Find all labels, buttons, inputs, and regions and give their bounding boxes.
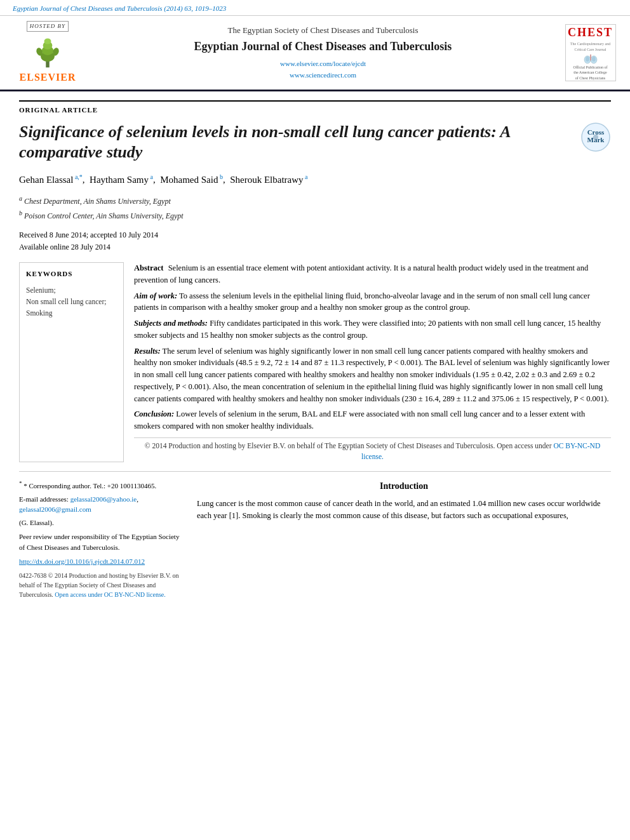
url1: www.elsevier.com/locate/ejcdt (280, 58, 366, 70)
footnotes-col: * * Corresponding author. Tel.: +20 1001… (19, 479, 184, 599)
affil-b-sup: b (19, 210, 22, 217)
results-title: Results: (134, 347, 161, 356)
journal-citation: Egyptian Journal of Chest Diseases and T… (13, 4, 226, 12)
received-date: Received 8 June 2014; accepted 10 July 2… (19, 229, 611, 241)
author-haytham: Haytham Samy (90, 175, 149, 185)
abstract-subjects: Subjects and methods: Fifty candidates p… (134, 317, 611, 342)
intro-heading: Introduction (197, 479, 611, 493)
url2: www.sciencedirect.com (280, 70, 366, 81)
elsevier-logo: ELSEVIER (20, 34, 76, 84)
author-gehan: Gehan Elassal (19, 175, 73, 185)
author-gehan-sup: a,* (73, 173, 82, 180)
keywords-abstract-section: KEYWORDS Selenium; Non small cell lung c… (19, 262, 611, 462)
peer-review: Peer review under responsibility of The … (19, 531, 184, 552)
chest-logo-box: CHEST The Cardiopulmonary andCritical Ca… (565, 24, 616, 81)
intro-text: Lung cancer is the most common cause of … (197, 498, 611, 522)
elsevier-tree-icon (29, 34, 67, 69)
results-text: The serum level of selenium was highly s… (134, 347, 610, 403)
affil-b: b Poison Control Center, Ain Shams Unive… (19, 208, 611, 222)
dates-section: Received 8 June 2014; accepted 10 July 2… (19, 229, 611, 253)
author-haytham-sup: a (149, 173, 153, 180)
keywords-list: Selenium; Non small cell lung cancer; Sm… (26, 284, 117, 319)
hosted-by-label: HOSTED BY (27, 21, 69, 32)
abstract-heading: Abstract (134, 263, 164, 272)
author-mohamed-sup: b (218, 173, 223, 180)
svg-rect-9 (590, 55, 591, 61)
affil-a-sup: a (19, 195, 22, 202)
introduction-col: Introduction Lung cancer is the most com… (197, 479, 611, 599)
keyword-2: Non small cell lung cancer; (26, 296, 117, 307)
chest-logo-subtitle: The Cardiopulmonary andCritical Care Jou… (570, 41, 610, 52)
conclusion-title: Conclusion: (134, 410, 174, 418)
keywords-column: KEYWORDS Selenium; Non small cell lung c… (19, 262, 124, 462)
svg-point-10 (586, 57, 589, 62)
keyword-3: Smoking (26, 307, 117, 319)
available-date: Available online 28 July 2014 (19, 241, 611, 253)
star-icon: * (19, 480, 22, 486)
abstract-column: Abstract Selenium is an essential trace … (134, 262, 611, 462)
svg-point-4 (44, 38, 51, 44)
email1-link[interactable]: gelassal2006@yahoo.ie (70, 495, 137, 503)
chest-tagline: Official Publication ofthe American Coll… (573, 65, 608, 81)
crossmark-badge: Cross Mark (580, 122, 611, 152)
section-divider (19, 471, 611, 472)
abstract-aim: Aim of work: To assess the selenium leve… (134, 290, 611, 314)
email-label: E-mail addresses: (19, 495, 69, 503)
elsevier-brand-text: ELSEVIER (20, 70, 76, 84)
journal-info-center: The Egyptian Society of Chest Diseases a… (89, 21, 557, 84)
elsevier-logo-area: HOSTED BY ELSEVIER (13, 21, 83, 84)
aim-text: To assess the selenium levels in the epi… (134, 291, 590, 312)
keyword-1: Selenium; (26, 284, 117, 296)
journal-urls: www.elsevier.com/locate/ejcdt www.scienc… (280, 58, 366, 81)
aim-title: Aim of work: (134, 291, 177, 300)
corresponding-text: * Corresponding author. Tel.: +20 100113… (23, 482, 156, 490)
journal-header: HOSTED BY ELSEVIER The Egyptian Society … (0, 16, 630, 91)
chest-logo-area: CHEST The Cardiopulmonary andCritical Ca… (563, 21, 617, 84)
abstract-footer: © 2014 Production and hosting by Elsevie… (134, 437, 611, 463)
svg-point-15 (593, 135, 598, 140)
subjects-title: Subjects and methods: (134, 319, 208, 328)
lung-icon (575, 53, 607, 65)
authors-line: Gehan Elassal a,*, Haytham Samy a, Moham… (19, 172, 611, 187)
affiliations: a Chest Department, Ain Shams University… (19, 193, 611, 223)
title-row: Significance of selenium levels in non-s… (19, 122, 611, 163)
journal-name: Egyptian Journal of Chest Diseases and T… (194, 39, 452, 55)
journal-top-bar: Egyptian Journal of Chest Diseases and T… (0, 0, 630, 16)
affil-a: a Chest Department, Ain Shams University… (19, 193, 611, 208)
author-sherouk-sup: a (304, 173, 308, 180)
abstract-intro: Abstract Selenium is an essential trace … (134, 262, 611, 286)
author-sherouk: Sherouk Elbatrawy (230, 175, 303, 185)
society-name: The Egyptian Society of Chest Diseases a… (227, 25, 418, 36)
chest-logo-title: CHEST (568, 25, 613, 41)
article-title: Significance of selenium levels in non-s… (19, 122, 570, 163)
section-label: ORIGINAL ARTICLE (19, 100, 611, 115)
open-access-link[interactable]: Open access under OC BY-NC-ND license. (55, 591, 165, 598)
abstract-conclusion: Conclusion: Lower levels of selenium in … (134, 408, 611, 432)
abstract-results: Results: The serum level of selenium was… (134, 345, 611, 405)
email-footnote: E-mail addresses: gelassal2006@yahoo.ie,… (19, 494, 184, 515)
keywords-heading: KEYWORDS (26, 269, 117, 279)
corresponding-footnote: * * Corresponding author. Tel.: +20 1001… (19, 479, 184, 491)
main-content: ORIGINAL ARTICLE Significance of seleniu… (0, 91, 630, 605)
email2-link[interactable]: gelassal2006@gmail.com (19, 505, 91, 513)
abstract-intro-text: Selenium is an essential trace element w… (134, 263, 588, 284)
conclusion-text: Lower levels of selenium in the serum, B… (134, 410, 585, 430)
email-suffix: (G. Elassal). (19, 517, 184, 528)
abstract-footer-text: © 2014 Production and hosting by Elsevie… (145, 442, 554, 450)
bottom-section: * * Corresponding author. Tel.: +20 1001… (19, 479, 611, 599)
author-mohamed: Mohamed Said (160, 175, 218, 185)
svg-point-11 (591, 57, 595, 62)
copyright-line: 0422-7638 © 2014 Production and hosting … (19, 571, 184, 599)
doi-link[interactable]: http://dx.doi.org/10.1016/j.ejcdt.2014.0… (19, 556, 184, 567)
